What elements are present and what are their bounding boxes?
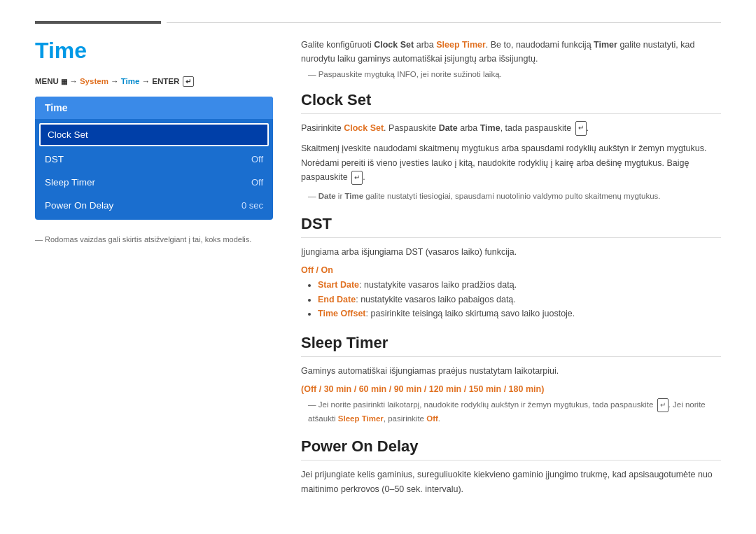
- sleep-timer-values: (Off / 30 min / 60 min / 90 min / 120 mi…: [301, 384, 721, 394]
- left-panel: Time MENU ▦ → System → Time → ENTER ↵ Ti…: [35, 38, 273, 502]
- menu-path-time: Time: [121, 77, 140, 85]
- menu-item-sleep-timer[interactable]: Sleep Timer Off: [35, 171, 273, 194]
- menu-item-sleep-timer-label: Sleep Timer: [45, 177, 95, 188]
- dst-orange-label: Off / On: [301, 265, 721, 275]
- section-title-dst: DST: [301, 215, 721, 238]
- enter-icon: ↵: [183, 76, 194, 87]
- right-panel: Galite konfigūruoti Clock Set arba Sleep…: [301, 38, 721, 502]
- bullet-start-date: Start Date: nustatykite vasaros laiko pr…: [318, 278, 721, 293]
- menu-item-clock-set[interactable]: Clock Set: [39, 123, 269, 146]
- menu-item-dst-label: DST: [45, 154, 64, 164]
- section-title-power-on-delay: Power On Delay: [301, 437, 721, 461]
- menu-item-sleep-timer-value: Off: [251, 177, 263, 188]
- menu-item-power-on-delay-label: Power On Delay: [45, 200, 113, 211]
- left-note: Rodomas vaizdas gali skirtis atsižvelgia…: [35, 234, 273, 246]
- intro-text: Galite konfigūruoti Clock Set arba Sleep…: [301, 38, 721, 66]
- menu-box: Time Clock Set DST Off Sleep Timer Off P…: [35, 97, 273, 220]
- enter-icon-3: ↵: [657, 398, 668, 412]
- sleep-timer-note: Jei norite pasirinkti laikotarpį, naudok…: [308, 398, 721, 425]
- sleep-timer-body1: Gaminys automatiškai išjungiamas praėjus…: [301, 364, 721, 379]
- page-title: Time: [35, 38, 273, 64]
- section-title-sleep-timer: Sleep Timer: [301, 334, 721, 357]
- enter-icon-2: ↵: [351, 171, 363, 185]
- divider-thick: [35, 21, 161, 24]
- section-title-clock-set: Clock Set: [301, 91, 721, 114]
- info-note: Paspauskite mygtuką INFO, jei norite suž…: [308, 70, 721, 78]
- menu-item-dst-value: Off: [251, 154, 263, 164]
- menu-path: MENU ▦ → System → Time → ENTER ↵: [35, 76, 273, 87]
- menu-box-items: Clock Set DST Off Sleep Timer Off Power …: [35, 119, 273, 220]
- menu-item-power-on-delay[interactable]: Power On Delay 0 sec: [35, 194, 273, 217]
- enter-icon-1: ↵: [575, 121, 587, 136]
- clock-set-body1: Pasirinkite Clock Set. Paspauskite Date …: [301, 121, 721, 136]
- dst-bullet-list: Start Date: nustatykite vasaros laiko pr…: [301, 278, 721, 321]
- divider-thin: [167, 22, 721, 23]
- clock-set-sub-note: Date ir Time galite nustatyti tiesiogiai…: [308, 190, 721, 202]
- menu-item-dst[interactable]: DST Off: [35, 148, 273, 171]
- main-layout: Time MENU ▦ → System → Time → ENTER ↵ Ti…: [35, 38, 721, 502]
- bullet-time-offset: Time Offset: pasirinkite teisingą laiko …: [318, 307, 721, 321]
- power-on-delay-body1: Jei prijungiate kelis gaminius, sureguli…: [301, 468, 721, 496]
- menu-item-power-on-delay-value: 0 sec: [241, 200, 263, 211]
- menu-item-clock-set-label: Clock Set: [48, 129, 88, 140]
- top-dividers: [35, 21, 721, 24]
- bullet-end-date: End Date: nustatykite vasaros laiko paba…: [318, 293, 721, 307]
- dst-body1: Įjungiama arba išjungiama DST (vasaros l…: [301, 245, 721, 260]
- menu-box-header: Time: [35, 97, 273, 119]
- menu-path-system: System: [80, 77, 108, 85]
- clock-set-body2: Skaitmenį įveskite naudodami skaitmenų m…: [301, 141, 721, 185]
